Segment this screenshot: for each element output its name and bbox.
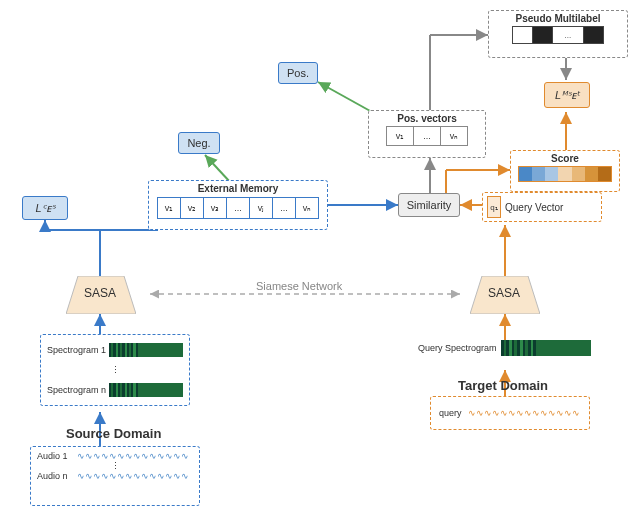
- pos-label: Pos.: [287, 67, 309, 79]
- pos-vectors-cells: v₁ ... vₙ: [386, 126, 468, 146]
- query-spectrogram-row: Query Spectrogram: [418, 340, 591, 356]
- siamese-label: Siamese Network: [256, 280, 342, 292]
- query-vector-title: Query Vector: [505, 202, 563, 213]
- source-domain-box: Audio 1∿∿∿∿∿∿∿∿∿∿∿∿∿∿ ⋮ Audio n∿∿∿∿∿∿∿∿∿…: [30, 446, 200, 506]
- target-domain-box: query ∿∿∿∿∿∿∿∿∿∿∿∿∿∿: [430, 396, 590, 430]
- diagram-canvas: Lᶜᴇˢ External Memory v₁ v₂ v₃ ... vⱼ ...…: [0, 0, 640, 512]
- spectrogramn-label: Spectrogram n: [47, 385, 109, 395]
- svg-line-8: [205, 155, 230, 182]
- pos-vectors-box: Pos. vectors v₁ ... vₙ: [368, 110, 486, 158]
- source-domain-title: Source Domain: [66, 426, 161, 441]
- waveform-icon: ∿∿∿∿∿∿∿∿∿∿∿∿∿∿: [77, 451, 189, 461]
- similarity-box: Similarity: [398, 193, 460, 217]
- svg-line-9: [318, 82, 372, 112]
- score-bar: [518, 166, 612, 182]
- similarity-label: Similarity: [407, 199, 452, 211]
- external-memory-box: External Memory v₁ v₂ v₃ ... vⱼ ... vₙ: [148, 180, 328, 230]
- pseudo-multilabel-box: Pseudo Multilabel ...: [488, 10, 628, 58]
- waveform-icon: ∿∿∿∿∿∿∿∿∿∿∿∿∿∿: [468, 408, 580, 418]
- loss-l-ce-s: Lᶜᴇˢ: [22, 196, 68, 220]
- pseudo-multilabel-cells: ...: [512, 26, 604, 44]
- query-audio-label: query: [439, 408, 462, 418]
- spectrogram-icon: [501, 340, 591, 356]
- external-memory-cells: v₁ v₂ v₃ ... vⱼ ... vₙ: [157, 197, 319, 219]
- pseudo-multilabel-title: Pseudo Multilabel: [515, 13, 600, 24]
- query-vector-box: q₁ Query Vector: [482, 192, 602, 222]
- loss-l-mse-t: Lᴹˢᴇᵗ: [544, 82, 590, 108]
- pos-vectors-title: Pos. vectors: [397, 113, 456, 124]
- ellipsis-v-icon: ⋮: [111, 365, 120, 375]
- query-spectrogram-label: Query Spectrogram: [418, 343, 497, 353]
- query-vector-cell: q₁: [487, 196, 501, 218]
- spectrogram-icon: [109, 383, 183, 397]
- audion-label: Audio n: [37, 471, 77, 481]
- score-title: Score: [551, 153, 579, 164]
- loss-lce-label: Lᶜᴇˢ: [35, 202, 54, 215]
- loss-lmse-label: Lᴹˢᴇᵗ: [555, 89, 579, 102]
- external-memory-title: External Memory: [198, 183, 279, 194]
- target-domain-title: Target Domain: [458, 378, 548, 393]
- ellipsis-v-icon: ⋮: [111, 461, 120, 471]
- score-box: Score: [510, 150, 620, 192]
- waveform-icon: ∿∿∿∿∿∿∿∿∿∿∿∿∿∿: [77, 471, 189, 481]
- pos-box: Pos.: [278, 62, 318, 84]
- neg-label: Neg.: [187, 137, 210, 149]
- audio1-label: Audio 1: [37, 451, 77, 461]
- spectrogram-icon: [109, 343, 183, 357]
- sasa-left-label: SASA: [84, 286, 116, 300]
- spectrogram-panel-left: Spectrogram 1 ⋮ Spectrogram n: [40, 334, 190, 406]
- sasa-right-label: SASA: [488, 286, 520, 300]
- spectrogram1-label: Spectrogram 1: [47, 345, 109, 355]
- neg-box: Neg.: [178, 132, 220, 154]
